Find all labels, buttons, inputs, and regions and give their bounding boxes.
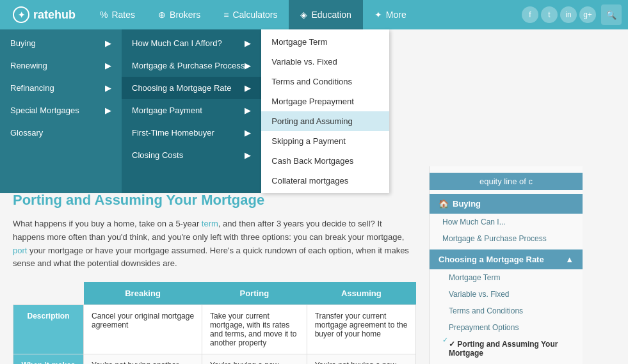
- search-button[interactable]: 🔍: [601, 4, 622, 25]
- mega-special-label: Special Mortgages: [10, 106, 79, 115]
- sidebar-skipping[interactable]: Skipping a Payment: [436, 361, 583, 364]
- social-icons: f t in g+: [522, 6, 596, 23]
- closing-arrow: ▶: [245, 150, 251, 160]
- port-link[interactable]: port: [13, 246, 27, 255]
- row-label-description: Description: [13, 305, 84, 354]
- calculators-icon: ≡: [223, 10, 229, 20]
- mega-renewing[interactable]: Renewing ▶: [0, 54, 122, 77]
- mega-glossary[interactable]: Glossary: [0, 122, 122, 144]
- mega-payment[interactable]: Mortgage Payment ▶: [122, 99, 261, 122]
- payment-arrow: ▶: [245, 106, 251, 115]
- sidebar-list-item: Prepayment Options: [436, 319, 583, 336]
- brand-logo[interactable]: ✦ ratehub: [6, 6, 82, 23]
- mega-purchase-process[interactable]: Mortgage & Purchase Process ▶: [122, 54, 261, 77]
- sidebar-porting[interactable]: ✓ Porting and Assuming Your Mortgage: [436, 336, 583, 361]
- rates-icon: %: [100, 10, 108, 20]
- linkedin-icon[interactable]: in: [560, 6, 577, 23]
- mega-skipping[interactable]: Skipping a Payment: [261, 131, 389, 151]
- nav-brokers[interactable]: ⊕ Brokers: [147, 0, 212, 29]
- chevron-up-icon: ▲: [565, 255, 574, 264]
- mega-renewing-label: Renewing: [10, 61, 47, 70]
- mega-collateral[interactable]: Collateral mortgages: [261, 171, 389, 191]
- mega-refinancing[interactable]: Refinancing ▶: [0, 77, 122, 99]
- table-header-porting: Porting: [202, 282, 307, 305]
- row-breaking-when: You're not buying another property OR Cu…: [84, 354, 202, 364]
- brokers-icon: ⊕: [158, 10, 166, 20]
- sidebar-variable-fixed[interactable]: Variable vs. Fixed: [436, 286, 583, 303]
- nav-rates[interactable]: % Rates: [88, 0, 147, 29]
- facebook-icon[interactable]: f: [522, 6, 538, 23]
- mega-skipping-label: Skipping a Payment: [271, 136, 346, 146]
- row-assuming-when: You're not buying a new home and rates t…: [307, 354, 415, 364]
- buying-home-icon: 🏠: [439, 199, 449, 209]
- education-icon: ◈: [300, 10, 307, 20]
- mega-choosing-rate[interactable]: Choosing a Mortgage Rate ▶: [122, 77, 261, 99]
- mega-first-time[interactable]: First-Time Homebuyer ▶: [122, 122, 261, 144]
- mega-col3: Mortgage Term Variable vs. Fixed Terms a…: [261, 29, 389, 193]
- sidebar-sub-links: Mortgage Term Variable vs. Fixed Terms a…: [430, 269, 583, 364]
- sidebar-terms-conditions[interactable]: Terms and Conditions: [436, 303, 583, 319]
- sidebar-mortgage-term[interactable]: Mortgage Term: [436, 269, 583, 286]
- mortgage-table: Breaking Porting Assuming Description Ca…: [13, 282, 416, 364]
- mega-purchase-label: Mortgage & Purchase Process: [132, 61, 245, 70]
- sidebar-top-links: How Much Can I... Mortgage & Purchase Pr…: [430, 214, 583, 247]
- mega-how-much[interactable]: How Much Can I Afford? ▶: [122, 32, 261, 54]
- sidebar-list-item: Skipping a Payment: [436, 361, 583, 364]
- row-label-when: When it makes sense: [13, 354, 84, 364]
- mega-closing-label: Closing Costs: [132, 150, 183, 160]
- row-assuming-description: Transfer your current mortgage agreement…: [307, 305, 415, 354]
- table-header-empty: [13, 282, 84, 305]
- page-description: What happens if you buy a home, take on …: [13, 218, 416, 271]
- sidebar-how-much[interactable]: How Much Can I...: [430, 214, 583, 230]
- mega-buying[interactable]: Buying ▶: [0, 32, 122, 54]
- mega-special[interactable]: Special Mortgages ▶: [0, 99, 122, 122]
- mega-prepayment-label: Mortgage Prepayment: [271, 97, 354, 106]
- sidebar-list-item: Variable vs. Fixed: [436, 286, 583, 303]
- sidebar-list-item-active: ✓ Porting and Assuming Your Mortgage: [436, 336, 583, 361]
- mega-porting-label: Porting and Assuming: [271, 116, 352, 126]
- sidebar-choosing-section[interactable]: Choosing a Mortgage Rate ▲: [430, 249, 583, 269]
- googleplus-icon[interactable]: g+: [579, 6, 596, 23]
- nav-right: f t in g+ 🔍: [522, 4, 622, 25]
- nav-calculators-label: Calculators: [232, 10, 277, 20]
- sidebar-list-item: Mortgage Term: [436, 269, 583, 286]
- logo-icon: ✦: [13, 6, 29, 23]
- row-breaking-description: Cancel your original mortgage agreement: [84, 305, 202, 354]
- nav-items: % Rates ⊕ Brokers ≡ Calculators ◈ Educat…: [88, 0, 522, 29]
- mega-variable-fixed[interactable]: Variable vs. Fixed: [261, 52, 389, 72]
- nav-education[interactable]: ◈ Education: [289, 0, 362, 29]
- sidebar-purchase-process[interactable]: Mortgage & Purchase Process: [430, 230, 583, 247]
- mega-closing-costs[interactable]: Closing Costs ▶: [122, 144, 261, 166]
- how-much-arrow: ▶: [245, 38, 251, 48]
- sidebar-buying-header[interactable]: 🏠 Buying: [430, 194, 583, 214]
- nav-rates-label: Rates: [111, 10, 135, 20]
- mega-prepayment[interactable]: Mortgage Prepayment: [261, 91, 389, 111]
- sidebar-list-item: Mortgage & Purchase Process: [430, 230, 583, 247]
- mega-col2: How Much Can I Afford? ▶ Mortgage & Purc…: [122, 29, 261, 193]
- nav-brokers-label: Brokers: [170, 10, 200, 20]
- right-sidebar: equity line of c 🏠 Buying How Much Can I…: [429, 166, 583, 364]
- term-link[interactable]: term: [202, 219, 218, 228]
- mega-collateral-label: Collateral mortgages: [271, 176, 348, 186]
- more-icon: ✦: [374, 10, 382, 20]
- sidebar-section-label: Choosing a Mortgage Rate: [439, 255, 544, 264]
- buying-arrow: ▶: [105, 38, 111, 48]
- mega-buying-label: Buying: [10, 38, 36, 48]
- mega-terms-conditions[interactable]: Terms and Conditions: [261, 72, 389, 91]
- nav-education-label: Education: [311, 10, 351, 20]
- twitter-icon[interactable]: t: [541, 6, 558, 23]
- firsttime-arrow: ▶: [245, 128, 251, 138]
- nav-more-label: More: [386, 10, 407, 20]
- nav-more[interactable]: ✦ More: [363, 0, 418, 29]
- mega-cashback[interactable]: Cash Back Mortgages: [261, 151, 389, 171]
- table-header-breaking: Breaking: [84, 282, 202, 305]
- mega-porting[interactable]: Porting and Assuming: [261, 111, 389, 131]
- purchase-arrow: ▶: [245, 61, 251, 70]
- sidebar-list-item: How Much Can I...: [430, 214, 583, 230]
- mega-mortgage-term[interactable]: Mortgage Term: [261, 32, 389, 52]
- nav-calculators[interactable]: ≡ Calculators: [212, 0, 289, 29]
- buying-header-label: Buying: [453, 199, 481, 209]
- table-header-assuming: Assuming: [307, 282, 415, 305]
- choosing-arrow: ▶: [245, 83, 251, 93]
- sidebar-prepayment[interactable]: Prepayment Options: [436, 319, 583, 336]
